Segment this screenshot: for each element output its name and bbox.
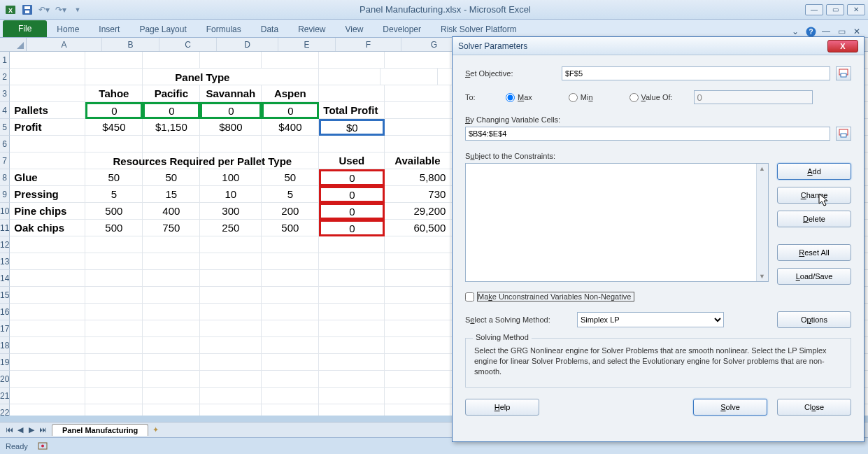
close-dlg-button[interactable]: Close [777,399,851,416]
help-button[interactable]: Help [465,399,539,416]
row-header-20[interactable]: 20 [0,371,10,388]
svg-text:?: ? [809,28,813,36]
max-label: Max [518,93,532,101]
row-header-18[interactable]: 18 [0,337,10,354]
row-header-11[interactable]: 11 [0,220,10,236]
tab-review[interactable]: Review [288,21,335,37]
row-header-22[interactable]: 22 [0,404,10,416]
row-header-21[interactable]: 21 [0,388,10,404]
col-header-B[interactable]: B [102,38,159,51]
set-objective-input[interactable] [562,66,830,80]
load-save-button[interactable]: Load/Save [777,268,851,285]
window-title: Panel Manufacturing.xlsx - Microsoft Exc… [85,4,805,15]
col-header-F[interactable]: F [336,38,401,51]
nonneg-checkbox[interactable] [465,292,474,302]
mdi-restore-icon[interactable]: ▭ [836,26,847,37]
row-headers: 1234567891011121314151617181920212223242… [0,52,10,416]
row-header-16[interactable]: 16 [0,304,10,320]
min-radio[interactable] [569,93,578,102]
solving-method-legend: Solving Method [473,333,532,341]
panel-type-label: Panel Type [85,69,319,85]
row-header-7[interactable]: 7 [0,152,10,169]
row-header-9[interactable]: 9 [0,186,10,203]
sheet-tab[interactable]: Panel Manufacturing [52,424,148,436]
constraints-listbox[interactable] [465,163,769,282]
options-button[interactable]: Options [777,311,851,328]
qat-customize-icon[interactable]: ▼ [70,2,85,17]
mdi-close-icon[interactable]: ✕ [851,26,862,37]
dialog-close-button[interactable]: X [827,40,858,52]
window-controls: — ▭ ✕ [805,4,865,15]
tab-risk-solver[interactable]: Risk Solver Platform [431,21,527,37]
tab-data[interactable]: Data [251,21,288,37]
solving-method-box: Solving Method Select the GRG Nonlinear … [465,338,851,388]
tab-developer[interactable]: Developer [373,21,431,37]
col-header-D[interactable]: D [217,38,278,51]
mdi-minimize-icon[interactable]: — [820,26,832,37]
row-header-3[interactable]: 3 [0,85,10,102]
row-header-6[interactable]: 6 [0,136,10,152]
row-header-1[interactable]: 1 [0,52,10,69]
macro-record-icon[interactable] [38,441,48,452]
row-header-5[interactable]: 5 [0,119,10,136]
row-header-17[interactable]: 17 [0,320,10,337]
sheet-nav-next-icon[interactable]: ▶ [27,425,36,434]
reset-all-button[interactable]: Reset All [777,244,851,261]
row-header-8[interactable]: 8 [0,169,10,186]
row-header-15[interactable]: 15 [0,287,10,304]
status-text: Ready [6,442,28,451]
col-header-C[interactable]: C [159,38,217,51]
min-label: Min [581,93,593,101]
method-label: Select a Solving Method: [465,315,570,324]
by-changing-label: By Changing Variable Cells: [465,115,851,124]
new-sheet-icon[interactable]: ✦ [152,425,159,434]
sheet-nav-last-icon[interactable]: ⏭ [38,425,48,434]
scrollbar[interactable] [756,164,768,281]
constraints-label: Subject to the Constraints: [465,152,851,160]
tab-page-layout[interactable]: Page Layout [129,21,196,37]
range-select-icon[interactable] [836,66,851,80]
file-tab[interactable]: File [3,20,47,37]
delete-button[interactable]: Delete [777,211,851,227]
tab-insert[interactable]: Insert [89,21,129,37]
ribbon-minimize-icon[interactable]: ⌄ [790,26,801,37]
undo-icon[interactable]: ↶▾ [36,2,52,17]
minimize-button[interactable]: — [805,4,823,15]
help-icon[interactable]: ? [805,26,816,37]
tab-formulas[interactable]: Formulas [197,21,251,37]
row-header-12[interactable]: 12 [0,236,10,253]
add-button[interactable]: Add [777,163,851,180]
tab-view[interactable]: View [336,21,373,37]
save-icon[interactable] [20,2,35,17]
method-select[interactable]: Simplex LP [577,312,724,327]
max-radio[interactable] [506,93,515,102]
sheet-nav-first-icon[interactable]: ⏮ [4,425,14,434]
row-header-4[interactable]: 4 [0,102,10,119]
ribbon-tabs: File Home Insert Page Layout Formulas Da… [0,20,868,38]
by-changing-input[interactable] [465,127,830,141]
redo-icon[interactable]: ↷▾ [53,2,69,17]
range-select-icon[interactable] [836,127,851,141]
maximize-button[interactable]: ▭ [826,4,844,15]
tab-home[interactable]: Home [47,21,89,37]
solve-button[interactable]: Solve [693,399,767,416]
value-of-input[interactable] [694,90,813,104]
row-header-2[interactable]: 2 [0,69,10,85]
solving-method-text: Select the GRG Nonlinear engine for Solv… [474,346,842,377]
row-header-14[interactable]: 14 [0,270,10,287]
dialog-title: Solver Parameters [458,41,527,51]
value-of-radio[interactable] [629,93,639,102]
select-all-corner[interactable] [0,38,27,51]
col-header-E[interactable]: E [278,38,336,51]
row-header-10[interactable]: 10 [0,203,10,220]
row-header-19[interactable]: 19 [0,354,10,371]
col-header-A[interactable]: A [27,38,102,51]
resources-label: Resources Required per Pallet Type [85,152,319,169]
sheet-nav-prev-icon[interactable]: ◀ [15,425,25,434]
close-button[interactable]: ✕ [847,4,865,15]
dialog-titlebar[interactable]: Solver Parameters X [453,37,864,55]
svg-rect-12 [841,134,846,137]
svg-rect-4 [25,10,29,13]
row-header-13[interactable]: 13 [0,253,10,270]
change-button[interactable]: Change [777,187,851,204]
